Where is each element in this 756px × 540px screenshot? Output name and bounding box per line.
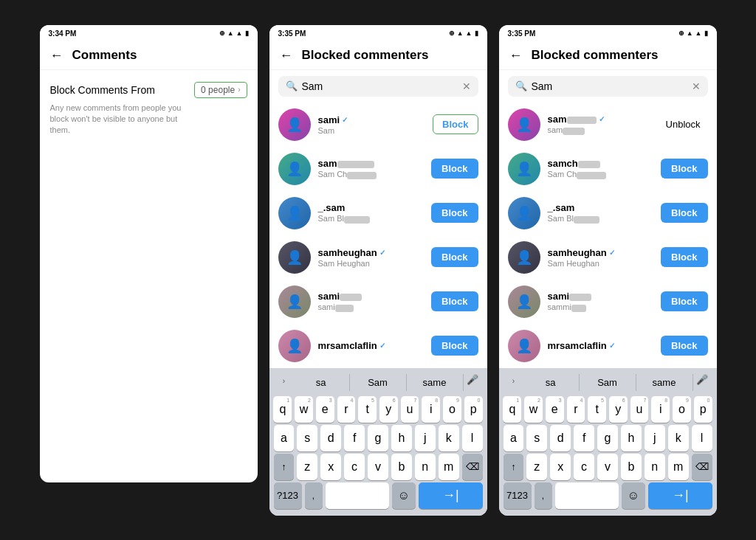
key-h-3[interactable]: h (621, 425, 642, 451)
suggest-same-3[interactable]: same (636, 374, 693, 391)
key-u-2[interactable]: u7 (401, 396, 419, 423)
suggest-sa-2[interactable]: sa (293, 374, 350, 391)
key-j-2[interactable]: j (415, 425, 436, 451)
key-num-2[interactable]: ?123 (274, 482, 302, 509)
key-shift-3[interactable]: ↑ (504, 454, 524, 480)
key-backspace-2[interactable]: ⌫ (462, 454, 483, 480)
chevron-icon-2[interactable]: › (275, 374, 293, 391)
block-btn-3-2[interactable]: Block (661, 203, 707, 223)
key-g-3[interactable]: g (597, 425, 618, 451)
key-g-2[interactable]: g (368, 425, 388, 451)
key-n-3[interactable]: n (645, 454, 665, 480)
suggest-sa-3[interactable]: sa (523, 374, 580, 391)
key-f-2[interactable]: f (344, 425, 365, 451)
key-s-3[interactable]: s (526, 425, 547, 451)
key-c-3[interactable]: c (574, 454, 594, 480)
key-comma-3[interactable]: , (535, 482, 552, 509)
verified-icon-3-5: ✓ (609, 342, 615, 350)
key-l-3[interactable]: l (692, 425, 712, 451)
key-comma-2[interactable]: , (305, 482, 323, 509)
key-s-2[interactable]: s (297, 425, 317, 451)
suggest-sam-3[interactable]: Sam (580, 374, 636, 391)
key-shift-2[interactable]: ↑ (274, 454, 295, 480)
block-btn-3-4[interactable]: Block (661, 291, 707, 311)
key-emoji-3[interactable]: ☺ (622, 482, 645, 509)
search-input-2[interactable]: Sam (302, 80, 458, 92)
block-btn-2-5[interactable]: Block (431, 336, 478, 356)
block-btn-3-3[interactable]: Block (661, 247, 707, 267)
key-x-2[interactable]: x (320, 454, 341, 480)
unblock-btn-3-0[interactable]: Unblock (659, 114, 708, 134)
key-y-2[interactable]: y6 (379, 396, 398, 423)
key-space-2[interactable] (326, 482, 390, 509)
key-t-3[interactable]: t5 (588, 396, 606, 423)
key-i-2[interactable]: i8 (422, 396, 440, 423)
key-h-2[interactable]: h (391, 425, 412, 451)
search-bar-2[interactable]: 🔍 Sam ✕ (278, 76, 478, 97)
block-btn-2-2[interactable]: Block (431, 203, 478, 223)
mic-icon-2[interactable]: 🎤 (464, 374, 481, 391)
key-m-2[interactable]: m (439, 454, 459, 480)
key-z-2[interactable]: z (297, 454, 317, 480)
key-w-2[interactable]: w2 (295, 396, 313, 423)
key-backspace-3[interactable]: ⌫ (692, 454, 712, 480)
search-input-3[interactable]: Sam (532, 80, 687, 92)
back-button-3[interactable]: ← (509, 48, 523, 63)
back-button-2[interactable]: ← (280, 48, 293, 63)
key-j-3[interactable]: j (645, 425, 665, 451)
key-b-3[interactable]: b (621, 454, 642, 480)
suggest-same-2[interactable]: same (407, 374, 464, 391)
back-button-1[interactable]: ← (50, 48, 63, 63)
key-emoji-2[interactable]: ☺ (392, 482, 416, 509)
key-p-3[interactable]: p0 (694, 396, 712, 423)
key-z-3[interactable]: z (526, 454, 547, 480)
key-u-3[interactable]: u7 (630, 396, 649, 423)
search-bar-3[interactable]: 🔍 Sam ✕ (508, 76, 708, 97)
key-enter-2[interactable]: →| (419, 482, 483, 509)
key-p-2[interactable]: p0 (464, 396, 483, 423)
key-q-3[interactable]: q1 (503, 396, 521, 423)
block-btn-3-5[interactable]: Block (661, 336, 707, 356)
block-btn-2-3[interactable]: Block (431, 247, 478, 267)
key-i-3[interactable]: i8 (651, 396, 670, 423)
key-d-3[interactable]: d (550, 425, 571, 451)
suggest-sam-2[interactable]: Sam (350, 374, 407, 391)
clear-search-3[interactable]: ✕ (692, 80, 701, 92)
key-b-2[interactable]: b (391, 454, 412, 480)
key-a-3[interactable]: a (504, 425, 524, 451)
key-e-2[interactable]: e3 (316, 396, 334, 423)
mic-icon-3[interactable]: 🎤 (693, 374, 711, 391)
key-a-2[interactable]: a (274, 425, 295, 451)
people-badge[interactable]: 0 people › (194, 82, 247, 98)
key-r-2[interactable]: r4 (337, 396, 356, 423)
block-btn-3-1[interactable]: Block (661, 159, 707, 179)
block-btn-2-4[interactable]: Block (431, 291, 478, 311)
key-q-2[interactable]: q1 (273, 396, 292, 423)
key-k-3[interactable]: k (668, 425, 689, 451)
key-v-2[interactable]: v (368, 454, 388, 480)
key-o-3[interactable]: o9 (673, 396, 691, 423)
key-num-3[interactable]: 7123 (504, 482, 532, 509)
key-t-2[interactable]: t5 (358, 396, 377, 423)
key-space-3[interactable] (555, 482, 619, 509)
key-x-3[interactable]: x (550, 454, 571, 480)
clear-search-2[interactable]: ✕ (462, 80, 471, 92)
block-btn-2-1[interactable]: Block (431, 159, 478, 179)
key-m-3[interactable]: m (668, 454, 689, 480)
username-row-2-0: sami ✓ (318, 114, 426, 125)
key-r-3[interactable]: r4 (567, 396, 585, 423)
key-v-3[interactable]: v (597, 454, 618, 480)
block-outlined-btn-2-0[interactable]: Block (433, 114, 478, 134)
key-n-2[interactable]: n (415, 454, 436, 480)
key-k-2[interactable]: k (439, 425, 459, 451)
key-e-3[interactable]: e3 (546, 396, 564, 423)
key-enter-3[interactable]: →| (648, 482, 712, 509)
key-f-3[interactable]: f (574, 425, 594, 451)
key-w-3[interactable]: w2 (524, 396, 543, 423)
key-o-2[interactable]: o9 (443, 396, 461, 423)
key-l-2[interactable]: l (462, 425, 483, 451)
key-d-2[interactable]: d (320, 425, 341, 451)
key-y-3[interactable]: y6 (609, 396, 628, 423)
key-c-2[interactable]: c (344, 454, 365, 480)
chevron-icon-3[interactable]: › (505, 374, 523, 391)
